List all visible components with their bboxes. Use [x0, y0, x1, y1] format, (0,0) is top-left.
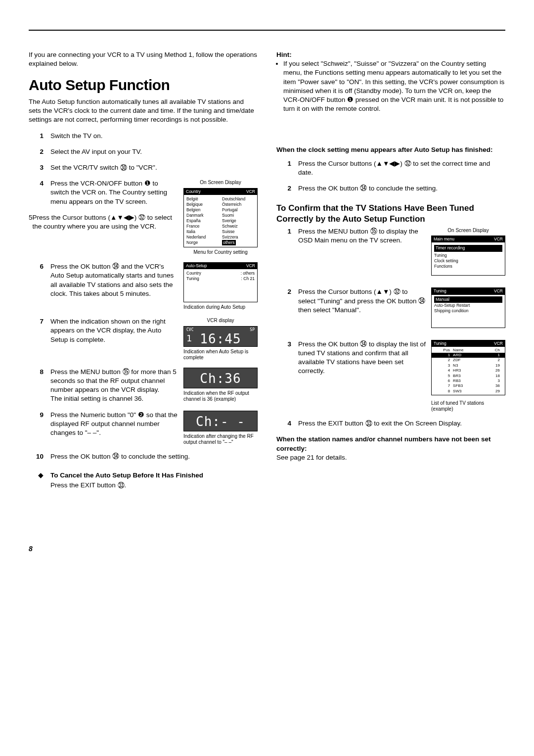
clock-step-1: Press the Cursor buttons (▲▼◀▶) ㉜ to set… [298, 159, 505, 177]
confirm-step-4: Press the EXIT button ㉝ to exit the On S… [298, 419, 505, 428]
step-1: Switch the TV on. [50, 132, 258, 141]
step-2: Select the AV input on your TV. [50, 147, 258, 156]
step-4: Press the VCR-ON/OFF button ❶ to switch … [50, 179, 178, 206]
page-title: Auto Setup Function [29, 75, 258, 95]
confirm-step-3: Press the OK button ㉞ to display the lis… [298, 340, 426, 413]
clock-step-2: Press the OK button ㉞ to conclude the se… [298, 184, 505, 193]
osd-label: On Screen Display [183, 179, 258, 186]
osd-tuned-list: TuningVCR PosNameCh 1ARD1 2ZDF2 3N319 4H… [431, 340, 505, 396]
not-correct-heading: When the station names and/or channel nu… [276, 435, 505, 453]
step-8: Press the MENU button ㉟ for more than 5 … [50, 368, 177, 393]
confirm-step-1: Press the MENU button ㉟ to display the O… [298, 227, 426, 281]
vcr-display-chdash: Ch:- - [183, 411, 258, 431]
hint-label: Hint: [276, 50, 505, 59]
step-10: Press the OK button ㉞ to conclude the se… [50, 452, 258, 461]
not-correct-text: See page 21 for details. [276, 453, 505, 462]
top-rule [29, 30, 505, 31]
step-6: Press the OK button ㉞ and the VCR's Auto… [50, 262, 178, 310]
auto-setup-steps: 1Switch the TV on. 2Select the AV input … [29, 132, 258, 461]
step-5: Press the Cursor buttons (▲▼◀▶) ㉜ to sel… [33, 213, 178, 231]
page-number: 8 [29, 544, 258, 554]
cancel-text: Press the EXIT button ㉝. [50, 481, 258, 490]
confirm-heading: To Confirm that the TV Stations Have Bee… [276, 203, 505, 224]
hint-list: If you select "Schweiz", "Suisse" or "Sv… [276, 59, 505, 113]
osd-main-menu: Main menuVCR Timer recording Tuning Cloc… [431, 236, 505, 276]
confirm-step-2: Press the Cursor buttons (▲▼) ㉜ to selec… [298, 287, 426, 332]
step-9: Press the Numeric button "0" ❷ so that t… [50, 411, 178, 445]
diamond-icon: ◆ [29, 471, 50, 480]
osd-autosetup: Auto-SetupVCR Country: others Tuning: Ch… [183, 262, 258, 302]
right-column: Hint: If you select "Schweiz", "Suisse" … [276, 50, 505, 554]
left-column: If you are connecting your VCR to a TV u… [29, 50, 258, 554]
step-7: When the indication shown on the right a… [50, 317, 178, 361]
vcr-display-complete: CVCSP 1 16:45 [183, 326, 258, 347]
osd-tuning-menu: TuningVCR Manual Auto-Setup Restart Ship… [431, 287, 505, 328]
title-desc: The Auto Setup function automatically tu… [29, 97, 258, 125]
step-3: Set the VCR/TV switch ㉚ to "VCR". [50, 163, 258, 172]
osd-country-menu: CountryVCR BelgiëBelgiqueBelgienDanmarkE… [183, 188, 258, 247]
intro-text: If you are connecting your VCR to a TV u… [29, 50, 258, 68]
clock-heading: When the clock setting menu appears afte… [276, 145, 505, 154]
cancel-heading: To Cancel the Auto Setup Before It Has F… [50, 471, 203, 480]
vcr-display-ch36: Ch:36 [183, 368, 258, 388]
